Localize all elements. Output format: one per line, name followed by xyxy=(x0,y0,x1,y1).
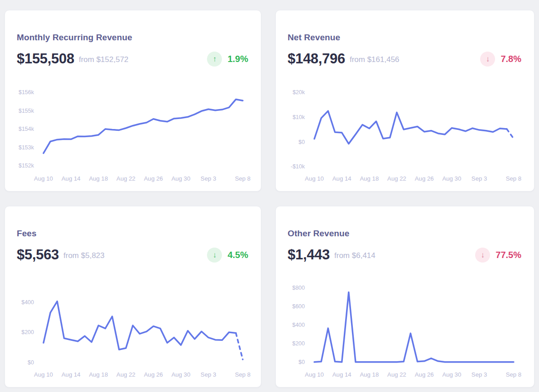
y-axis-tick-label: $156k xyxy=(19,89,34,96)
x-axis-tick-label: Aug 26 xyxy=(415,371,434,378)
x-axis-tick-label: Aug 26 xyxy=(415,175,434,182)
metric-previous-value: from $6,414 xyxy=(334,251,375,260)
metric-line-chart: $20k$10k$0-$10kAug 10Aug 14Aug 18Aug 22A… xyxy=(288,84,523,188)
x-axis-tick-label: Aug 14 xyxy=(332,175,351,182)
x-axis-tick-label: Aug 22 xyxy=(116,371,135,378)
metric-line-chart: $156k$155k$154k$153k$152kAug 10Aug 14Aug… xyxy=(17,84,252,188)
trend-arrow-glyph: ↑ xyxy=(213,55,217,63)
y-axis-tick-label: $200 xyxy=(21,329,34,335)
x-axis-tick-label: Aug 10 xyxy=(305,175,324,182)
trend-arrow-icon: ↓ xyxy=(480,52,495,67)
x-axis-tick-label: Sep 8 xyxy=(235,175,250,182)
x-axis-tick-label: Aug 26 xyxy=(144,175,163,182)
delta-badge: ↓ 7.8% xyxy=(480,52,521,67)
y-axis-tick-label: $20k xyxy=(293,89,305,96)
x-axis-tick-label: Aug 14 xyxy=(332,371,351,378)
y-axis-tick-label: $400 xyxy=(292,322,305,328)
revenue-line-projected xyxy=(236,333,243,359)
revenue-line xyxy=(314,111,507,144)
y-axis-tick-label: $0 xyxy=(298,359,305,365)
y-axis-tick-label: $600 xyxy=(292,303,305,310)
x-axis-tick-label: Sep 3 xyxy=(201,175,216,182)
metric-current-value: $155,508 xyxy=(17,51,74,67)
x-axis-tick-label: Aug 30 xyxy=(442,371,461,378)
y-axis-tick-label: $200 xyxy=(292,340,305,347)
delta-percent: 77.5% xyxy=(496,250,521,260)
x-axis-tick-label: Aug 10 xyxy=(34,371,53,378)
revenue-line-projected xyxy=(507,129,514,139)
y-axis-tick-label: $155k xyxy=(19,108,34,114)
x-axis-tick-label: Aug 10 xyxy=(305,371,324,378)
x-axis-tick-label: Aug 22 xyxy=(387,175,406,182)
x-axis-tick-label: Sep 3 xyxy=(472,371,487,378)
x-axis-tick-label: Sep 3 xyxy=(201,371,216,378)
x-axis-tick-label: Sep 8 xyxy=(506,175,521,182)
revenue-line xyxy=(43,301,236,350)
metric-value-row: $5,563 from $5,823 ↓ 4.5% xyxy=(17,246,248,264)
trend-arrow-glyph: ↓ xyxy=(213,251,217,259)
delta-badge: ↓ 4.5% xyxy=(207,248,248,263)
x-axis-tick-label: Aug 14 xyxy=(62,371,81,378)
x-axis-tick-label: Sep 8 xyxy=(506,371,521,378)
x-axis-tick-label: Aug 14 xyxy=(62,175,81,182)
metric-title: Fees xyxy=(17,229,37,239)
delta-percent: 1.9% xyxy=(227,54,248,64)
x-axis-tick-label: Aug 22 xyxy=(116,175,135,182)
metrics-dashboard: Monthly Recurring Revenue $155,508 from … xyxy=(5,10,534,387)
x-axis-tick-label: Aug 30 xyxy=(171,371,190,378)
metric-line-chart: $400$200$0Aug 10Aug 14Aug 18Aug 22Aug 26… xyxy=(17,280,252,384)
revenue-line xyxy=(314,292,514,362)
metric-card-1[interactable]: Monthly Recurring Revenue $155,508 from … xyxy=(5,10,261,191)
metric-current-value: $1,443 xyxy=(288,247,330,263)
x-axis-tick-label: Aug 18 xyxy=(360,371,379,378)
metric-value-row: $155,508 from $152,572 ↑ 1.9% xyxy=(17,50,248,68)
x-axis-tick-label: Aug 10 xyxy=(34,175,53,182)
x-axis-tick-label: Sep 8 xyxy=(235,371,250,378)
x-axis-tick-label: Aug 30 xyxy=(442,175,461,182)
x-axis-tick-label: Sep 3 xyxy=(472,175,487,182)
y-axis-tick-label: $10k xyxy=(293,114,305,120)
metric-title: Net Revenue xyxy=(288,33,340,43)
y-axis-tick-label: $152k xyxy=(19,163,34,169)
metric-card-3[interactable]: Fees $5,563 from $5,823 ↓ 4.5% $400$200$… xyxy=(5,206,261,387)
metric-title: Monthly Recurring Revenue xyxy=(17,33,132,43)
delta-percent: 4.5% xyxy=(227,250,248,260)
revenue-line xyxy=(43,100,243,153)
trend-arrow-glyph: ↓ xyxy=(486,55,490,63)
metric-line-chart: $800$600$400$200$0Aug 10Aug 14Aug 18Aug … xyxy=(288,280,523,384)
x-axis-tick-label: Aug 18 xyxy=(89,175,108,182)
metric-previous-value: from $5,823 xyxy=(63,251,105,260)
metric-value-row: $1,443 from $6,414 ↓ 77.5% xyxy=(288,246,521,264)
y-axis-tick-label: $800 xyxy=(292,285,305,291)
y-axis-tick-label: $0 xyxy=(28,359,34,366)
metric-card-2[interactable]: Net Revenue $148,796 from $161,456 ↓ 7.8… xyxy=(275,10,534,191)
metric-current-value: $5,563 xyxy=(17,247,59,263)
x-axis-tick-label: Aug 26 xyxy=(144,371,163,378)
x-axis-tick-label: Aug 18 xyxy=(89,371,108,378)
y-axis-tick-label: $153k xyxy=(19,144,34,151)
x-axis-tick-label: Aug 30 xyxy=(171,175,190,182)
metric-previous-value: from $161,456 xyxy=(350,55,399,64)
metric-card-4[interactable]: Other Revenue $1,443 from $6,414 ↓ 77.5%… xyxy=(275,206,534,387)
metric-previous-value: from $152,572 xyxy=(79,55,129,64)
y-axis-tick-label: $0 xyxy=(298,139,305,145)
metric-current-value: $148,796 xyxy=(288,51,345,67)
trend-arrow-glyph: ↓ xyxy=(481,251,485,259)
trend-arrow-icon: ↓ xyxy=(475,248,490,263)
metric-value-row: $148,796 from $161,456 ↓ 7.8% xyxy=(288,50,521,68)
x-axis-tick-label: Aug 18 xyxy=(360,175,379,182)
trend-arrow-icon: ↑ xyxy=(207,52,222,67)
trend-arrow-icon: ↓ xyxy=(207,248,222,263)
x-axis-tick-label: Aug 22 xyxy=(387,371,406,378)
y-axis-tick-label: $154k xyxy=(19,126,34,132)
y-axis-tick-label: $400 xyxy=(21,299,34,306)
y-axis-tick-label: -$10k xyxy=(291,163,305,170)
delta-badge: ↓ 77.5% xyxy=(475,248,521,263)
delta-badge: ↑ 1.9% xyxy=(207,52,248,67)
delta-percent: 7.8% xyxy=(500,54,521,64)
metric-title: Other Revenue xyxy=(288,229,349,239)
